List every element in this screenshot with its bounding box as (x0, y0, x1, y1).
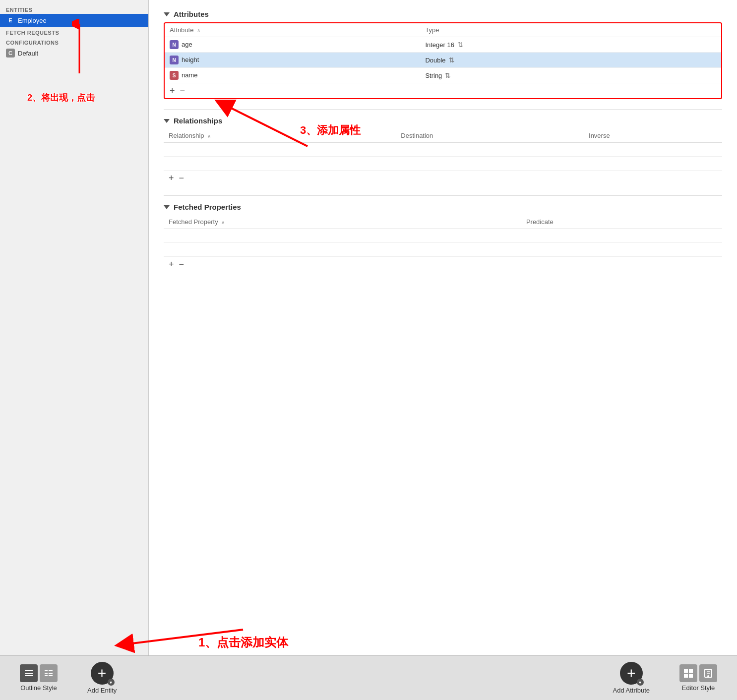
add-entity-label: Add Entity (87, 687, 117, 694)
fetched-sort-icon: ∧ (221, 220, 225, 225)
attribute-type-cell: Integer 16 ⇅ (420, 37, 721, 53)
add-attribute-chevron: ▾ (637, 679, 644, 686)
add-entity-circle[interactable]: + ▾ (91, 662, 114, 685)
add-attribute-button[interactable]: + ▾ Add Attribute (603, 662, 660, 694)
outline-style-button[interactable]: Outline Style (10, 664, 67, 692)
svg-rect-9 (49, 673, 53, 674)
add-attribute-label: Add Attribute (613, 687, 650, 694)
table-row (164, 243, 722, 257)
attr-type-icon: S (170, 71, 179, 80)
predicate-col-header[interactable]: Predicate (521, 215, 722, 229)
fetched-property-col-header[interactable]: Fetched Property ∧ (164, 215, 521, 229)
sidebar-employee-label: Employee (18, 17, 47, 24)
editor-style-label: Editor Style (682, 684, 715, 692)
fetched-add-btn[interactable]: + (169, 260, 174, 269)
attributes-box: Attribute ∧ Type Nage Integer 16 ⇅ (164, 22, 722, 99)
relationships-remove-btn[interactable]: − (179, 174, 184, 182)
attr-type-icon: N (170, 56, 179, 64)
table-row (164, 229, 722, 243)
svg-point-18 (707, 675, 709, 677)
type-value: Integer 16 (425, 41, 454, 49)
outline-style-icon-1 (20, 664, 38, 682)
relationship-sort-icon: ∧ (207, 133, 211, 139)
employee-entity-icon: E (6, 16, 15, 25)
svg-rect-10 (49, 675, 53, 676)
add-attribute-plus-icon: + (627, 666, 636, 681)
relationships-add-remove: + − (164, 171, 722, 185)
svg-rect-2 (25, 670, 33, 671)
type-value: String (425, 72, 442, 79)
svg-rect-13 (684, 674, 688, 678)
attribute-name-cell: Nage (165, 37, 420, 53)
attribute-col-header[interactable]: Attribute ∧ (165, 23, 420, 37)
attributes-section: Attributes Attribute ∧ Type (164, 10, 722, 99)
relationships-collapse-triangle[interactable] (164, 119, 170, 123)
relationships-add-btn[interactable]: + (169, 174, 174, 182)
relationships-section: Relationships Relationship ∧ Destination… (164, 117, 722, 185)
destination-col-header[interactable]: Destination (396, 129, 584, 143)
attributes-collapse-triangle[interactable] (164, 12, 170, 16)
attributes-table: Attribute ∧ Type Nage Integer 16 ⇅ (165, 23, 721, 83)
svg-rect-11 (684, 669, 688, 673)
attr-type-icon: N (170, 40, 179, 49)
attributes-remove-btn[interactable]: − (180, 86, 185, 95)
entities-section-label: ENTITIES (0, 4, 148, 14)
sidebar-default-label: Default (18, 50, 38, 57)
attribute-name-cell: Nheight (165, 53, 420, 68)
annotation-2: 2、将出现，点击 (27, 92, 95, 104)
svg-rect-12 (689, 669, 693, 673)
fetched-remove-btn[interactable]: − (179, 260, 184, 269)
editor-style-button[interactable]: Editor Style (670, 664, 727, 692)
type-value: Double (425, 57, 445, 64)
attribute-type-cell: Double ⇅ (420, 53, 721, 68)
type-col-header[interactable]: Type (420, 23, 721, 37)
fetched-add-remove: + − (164, 257, 722, 272)
table-row (164, 157, 722, 171)
table-row (164, 143, 722, 157)
table-row: Nheight Double ⇅ (165, 53, 721, 68)
svg-rect-6 (45, 673, 48, 674)
relationships-table: Relationship ∧ Destination Inverse (164, 129, 722, 171)
inverse-col-header[interactable]: Inverse (584, 129, 722, 143)
relationships-title: Relationships (174, 117, 222, 125)
editor-style-icon-1 (679, 664, 697, 682)
attribute-sort-icon: ∧ (197, 28, 200, 33)
relationship-col-header[interactable]: Relationship ∧ (164, 129, 396, 143)
attribute-name-cell: Sname (165, 68, 420, 83)
annotation-3: 3、添加属性 (300, 123, 361, 138)
add-entity-plus-icon: + (98, 666, 107, 681)
table-row: Sname String ⇅ (165, 68, 721, 83)
outline-style-label: Outline Style (20, 684, 57, 692)
outline-style-icon-2 (40, 664, 58, 682)
annotation-1: 1、点击添加实体 (198, 635, 288, 650)
editor-style-icon-2 (699, 664, 717, 682)
attribute-type-cell: String ⇅ (420, 68, 721, 83)
fetched-collapse-triangle[interactable] (164, 205, 170, 209)
svg-rect-4 (25, 675, 33, 676)
type-stepper[interactable]: ⇅ (445, 71, 451, 79)
fetched-properties-title: Fetched Properties (174, 203, 241, 211)
fetched-properties-table: Fetched Property ∧ Predicate (164, 215, 722, 257)
add-attribute-circle[interactable]: + ▾ (620, 662, 643, 685)
svg-rect-7 (45, 675, 48, 676)
svg-rect-8 (49, 670, 53, 671)
attributes-add-btn[interactable]: + (170, 86, 175, 95)
svg-rect-14 (689, 674, 693, 678)
add-entity-button[interactable]: + ▾ Add Entity (77, 662, 126, 694)
bottom-toolbar: Outline Style + ▾ Add Entity + ▾ Add Att… (0, 655, 737, 700)
svg-rect-5 (45, 670, 48, 671)
table-row: Nage Integer 16 ⇅ (165, 37, 721, 53)
attributes-add-remove: + − (165, 83, 721, 98)
main-content: 3、添加属性 Attributes Attribute ∧ (149, 0, 737, 655)
fetched-properties-section: Fetched Properties Fetched Property ∧ Pr… (164, 203, 722, 272)
default-config-icon: C (6, 49, 15, 58)
type-stepper[interactable]: ⇅ (457, 41, 463, 49)
add-entity-chevron: ▾ (108, 679, 115, 686)
svg-rect-3 (25, 673, 33, 674)
attributes-title: Attributes (174, 10, 209, 18)
type-stepper[interactable]: ⇅ (449, 56, 455, 64)
